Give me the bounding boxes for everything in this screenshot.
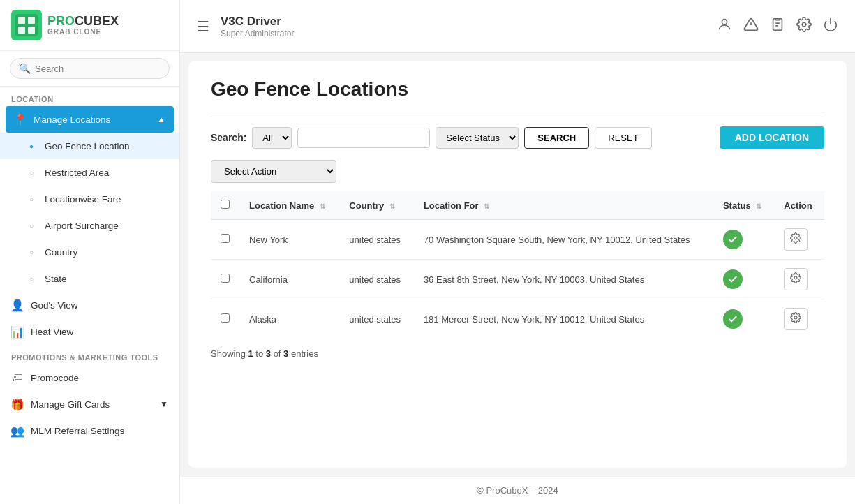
sidebar-item-label: Locationwise Fare [45,194,121,205]
sidebar-item-label: Promocode [31,373,79,383]
cell-action [774,260,824,299]
reset-button[interactable]: RESET [595,127,651,149]
sidebar-item-manage-gift-cards[interactable]: 🎁 Manage Gift Cards ▼ [0,391,179,417]
search-type-select[interactable]: All [252,127,292,149]
chevron-up-icon: ▲ [157,114,165,124]
status-select[interactable]: Select Status Active Inactive [436,127,519,149]
circle-icon: ● [25,140,38,152]
logo-icon [11,10,42,40]
row-checkbox[interactable] [221,234,230,243]
table-body: New York united states 70 Washington Squ… [211,220,824,339]
status-badge [723,309,743,329]
chart-icon: 📊 [11,325,24,338]
main-area: ☰ V3C Driver Super Administrator Geo Fe [180,0,855,504]
row-checkbox[interactable] [221,313,230,323]
settings-icon[interactable] [796,17,812,36]
col-status: Status ⇅ [713,191,774,220]
search-text-input[interactable] [297,128,430,148]
search-button[interactable]: SEARCH [524,127,589,149]
sidebar-item-heat-view[interactable]: 📊 Heat View [0,318,179,345]
logo-sub: GRAB CLONE [47,28,119,36]
users-icon: 👥 [11,424,24,437]
menu-icon[interactable]: ☰ [197,18,209,35]
cell-location-for: 70 Washington Square South, New York, NY… [414,220,713,260]
sidebar-item-label: Heat View [31,327,73,337]
action-select[interactable]: Select Action Delete [211,160,336,183]
showing-text: Showing 1 to 3 of 3 entries [211,348,824,359]
add-location-button[interactable]: ADD LOCATION [720,126,824,149]
sidebar-item-geo-fence-location[interactable]: ● Geo Fence Location [0,133,179,159]
circle-icon: ○ [25,246,38,258]
cell-location-name: Alaska [239,299,339,339]
sidebar-item-label: MLM Referral Settings [31,426,124,436]
clipboard-icon[interactable] [770,17,785,36]
row-checkbox-cell [211,260,239,299]
table-row: New York united states 70 Washington Squ… [211,220,824,260]
sidebar-item-country[interactable]: ○ Country [0,239,179,265]
person-icon: 👤 [11,299,24,311]
cell-location-name: California [239,260,339,299]
action-gear-button[interactable] [784,268,808,290]
cell-status [713,299,774,339]
circle-icon: ○ [25,166,38,179]
col-action: Action [774,191,824,220]
svg-point-15 [794,316,797,319]
sidebar-item-restricted-area[interactable]: ○ Restricted Area [0,159,179,186]
svg-rect-2 [28,17,35,24]
chevron-down-icon: ▼ [160,399,168,409]
action-gear-button[interactable] [784,228,808,251]
svg-point-5 [722,20,727,24]
search-bar: Search: All Select Status Active Inactiv… [211,126,824,149]
header-icons [717,17,838,36]
section-label-promotions: PROMOTIONS & MARKETING TOOLS [0,345,179,364]
sidebar-item-airport-surcharge[interactable]: ○ Airport Surcharge [0,212,179,239]
location-pin-icon: 📍 [14,113,27,126]
circle-icon: ○ [25,219,38,232]
cell-location-name: New York [239,220,339,260]
circle-icon: ○ [25,193,38,205]
sort-icon: ⇅ [756,202,761,210]
sidebar-item-label: God's View [31,300,78,311]
cell-country: united states [339,299,414,339]
sidebar-section-location: LOCATION 📍 Manage Locations ▲ ● Geo Fenc… [0,87,179,345]
status-badge [723,230,743,249]
sidebar-item-state[interactable]: ○ State [0,265,179,292]
search-input[interactable] [35,64,161,74]
power-icon[interactable] [823,17,838,36]
svg-point-14 [794,276,797,279]
cell-country: united states [339,260,414,299]
user-icon[interactable] [717,17,732,36]
sidebar-item-promocode[interactable]: 🏷 Promocode [0,364,179,391]
sidebar-item-gods-view[interactable]: 👤 God's View [0,292,179,318]
search-label: Search: [211,132,246,143]
sidebar-item-mlm-referral-settings[interactable]: 👥 MLM Referral Settings [0,417,179,444]
app-name: V3C Driver [221,15,706,29]
cell-status [713,260,774,299]
alert-icon[interactable] [743,17,759,36]
status-badge [723,269,743,289]
action-gear-button[interactable] [784,308,808,330]
svg-point-13 [794,237,797,239]
svg-rect-3 [18,27,25,34]
sidebar-item-manage-locations[interactable]: 📍 Manage Locations ▲ [6,106,174,133]
sidebar: PROCUBEX GRAB CLONE 🔍 LOCATION 📍 Manage … [0,0,180,504]
table-row: Alaska united states 181 Mercer Street, … [211,299,824,339]
table-header-row: Location Name ⇅ Country ⇅ Location For ⇅… [211,191,824,220]
cell-action [774,220,824,260]
cell-location-for: 36 East 8th Street, New York, NY 10003, … [414,260,713,299]
row-checkbox-cell [211,299,239,339]
header-title: V3C Driver Super Administrator [221,15,706,38]
cell-action [774,299,824,339]
gift-icon: 🎁 [11,398,24,410]
sidebar-item-locationwise-fare[interactable]: ○ Locationwise Fare [0,186,179,212]
app-role: Super Administrator [221,29,706,38]
row-checkbox-cell [211,220,239,260]
sidebar-item-label: Country [45,247,77,258]
sort-icon: ⇅ [389,202,395,210]
row-checkbox[interactable] [221,274,230,283]
logo: PROCUBEX GRAB CLONE [0,0,179,51]
table-row: California united states 36 East 8th Str… [211,260,824,299]
page-title: Geo Fence Locations [211,78,824,101]
select-all-checkbox[interactable] [221,200,230,209]
cell-status [713,220,774,260]
